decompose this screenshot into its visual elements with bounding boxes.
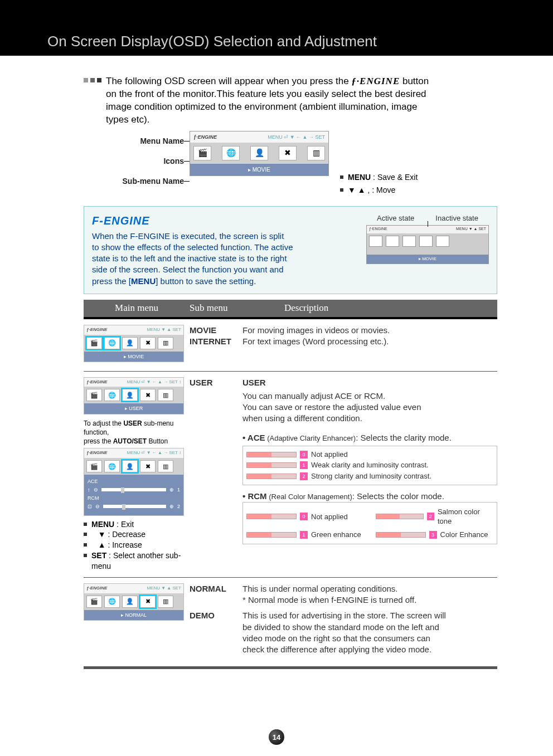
adjust-note: To adjust the USER sub-menu function, pr… bbox=[84, 419, 184, 446]
submenu-internet: INTERNET bbox=[190, 336, 242, 347]
th-description: Description bbox=[284, 302, 497, 315]
submenu-demo: DEMO bbox=[190, 610, 242, 655]
th-sub-menu: Sub menu bbox=[190, 302, 284, 315]
fengine-body: press the [ bbox=[92, 276, 131, 286]
down-arrow-icon bbox=[98, 530, 106, 539]
osd-ace-label: ACE bbox=[88, 478, 180, 485]
osd-icon-normal: ✖ bbox=[279, 146, 297, 160]
label-menu-name: Menu Name bbox=[84, 131, 184, 151]
desc-demo: be divided to show the standard mode on … bbox=[242, 622, 439, 632]
osd-rcm-label: RCM bbox=[88, 495, 180, 501]
fengine-menu-bold: MENU bbox=[131, 276, 156, 286]
ace-0: Not applied bbox=[311, 450, 348, 460]
user-heading: USER bbox=[242, 377, 497, 388]
desc-demo: video mode on the right so that the cons… bbox=[242, 633, 430, 643]
fengine-title: F-ENGINE bbox=[92, 213, 355, 228]
fengine-body: ] button to save the setting. bbox=[156, 276, 256, 286]
osd-icon-movie: 🎬 bbox=[193, 146, 211, 160]
submenu-normal: NORMAL bbox=[190, 583, 242, 606]
table-row: ƒ·ENGINEMENU ⏎ ▼ ← ▲ → SET ↕ 🎬🌐👤✖▥ ▸ USE… bbox=[84, 372, 497, 578]
mini-osd-footer: ▸ USER bbox=[84, 403, 183, 413]
fengine-body: state is to the left and the inactive st… bbox=[92, 253, 287, 263]
intro-text: button bbox=[402, 76, 429, 86]
fengine-body: When the F-ENGINE is executed, the scree… bbox=[92, 231, 284, 241]
intro-text: types etc). bbox=[106, 114, 149, 125]
fengine-logo-inline: ƒ·ENGINE bbox=[351, 76, 400, 86]
button-hints: MENU : Save & Exit , : Move bbox=[340, 170, 418, 198]
rcm-3: Color Enhance bbox=[440, 530, 488, 540]
page-number: 14 bbox=[269, 729, 284, 745]
fengine-panel: F-ENGINE When the F-ENGINE is executed, … bbox=[84, 206, 497, 294]
intro-text: on the front of the monitor.This feature… bbox=[106, 89, 426, 99]
osd-title: ƒ·ENGINE bbox=[193, 134, 217, 140]
osd-footer: ▸ MOVIE bbox=[190, 164, 328, 176]
hint-menu-label: MENU bbox=[348, 173, 371, 182]
down-arrow-icon bbox=[348, 186, 356, 194]
mini-osd-movie: ƒ·ENGINEMENU ▼ ▲ SET 🎬🌐👤✖▥ ▸ MOVIE bbox=[84, 325, 184, 362]
osd-header-hints: MENU ⏎ ▼ ← ▲ → SET bbox=[268, 134, 325, 140]
th-main-menu: Main menu bbox=[84, 302, 190, 315]
mini-osd-ace-rcm: ƒ·ENGINEMENU ⏎ ▼ ← ▲ → SET ↕ 🎬🌐👤✖▥ ACE ↕… bbox=[84, 448, 184, 515]
table-row: ƒ·ENGINEMENU ▼ ▲ SET 🎬🌐👤✖▥ ▸ MOVIE MOVIE… bbox=[84, 319, 497, 372]
user-text: when using a different condition. bbox=[242, 413, 362, 423]
rcm-1: Green enhance bbox=[311, 530, 361, 540]
osd-diagram: Menu Name Icons Sub-menu Name ƒ·ENGINE M… bbox=[84, 131, 497, 198]
control-notes: MENU : Exit : Decrease : Increase SET : … bbox=[84, 519, 184, 572]
osd-icon-user: 👤 bbox=[250, 146, 268, 160]
ace-1: Weak clarity and luminosity contrast. bbox=[311, 460, 429, 470]
desc-normal: * Normal mode is when f-ENGINE is turned… bbox=[242, 595, 416, 604]
mini-osd-normal: ƒ·ENGINEMENU ▼ ▲ SET 🎬🌐👤✖▥ ▸ NORMAL bbox=[84, 583, 184, 621]
label-inactive-state: Inactive state bbox=[435, 213, 478, 223]
ace-sublabel: (Adaptive Clarity Enhancer) bbox=[265, 434, 356, 442]
lead-bullet-icon bbox=[84, 78, 101, 82]
submenu-movie: MOVIE bbox=[190, 325, 242, 336]
osd-icon-demo: ▥ bbox=[307, 146, 325, 160]
mini-osd-footer: ▸ NORMAL bbox=[84, 610, 183, 620]
mini-footer: ▸ MOVIE bbox=[367, 255, 488, 264]
ace-2: Strong clarity and luminosity contrast. bbox=[311, 471, 431, 481]
user-text: You can save or restore the adjusted val… bbox=[242, 402, 421, 412]
rcm-2: Salmon color tone bbox=[438, 507, 493, 526]
fengine-body: to show the effects of the selected func… bbox=[92, 242, 293, 252]
osd-preview: ƒ·ENGINE MENU ⏎ ▼ ← ▲ → SET 🎬 🌐 👤 ✖ ▥ ▸ … bbox=[190, 131, 329, 177]
rcm-desc: : Selects the color mode. bbox=[352, 491, 444, 501]
page-title: On Screen Display(OSD) Selection and Adj… bbox=[47, 33, 377, 50]
desc-demo: This is used for advertising in the stor… bbox=[242, 611, 446, 620]
section-divider bbox=[84, 666, 497, 669]
rcm-0: Not applied bbox=[311, 512, 348, 522]
up-arrow-icon bbox=[358, 186, 366, 194]
label-active-state: Active state bbox=[377, 213, 414, 223]
mini-osd-footer: ▸ MOVIE bbox=[84, 352, 183, 362]
table-header: Main menu Sub menu Description bbox=[84, 300, 497, 319]
hint-menu-text: : Save & Exit bbox=[371, 173, 418, 182]
split-screen-preview: ƒ·ENGINEMENU ▼ ▲ SET ▸ MOVIE bbox=[366, 225, 489, 264]
label-submenu-name: Sub-menu Name bbox=[84, 171, 184, 191]
desc-internet: For text images (Word processing etc.). bbox=[242, 336, 497, 347]
desc-demo: check the difference after applying the … bbox=[242, 645, 431, 654]
ace-desc: : Selects the clarity mode. bbox=[356, 433, 452, 442]
intro-text: image condition optimized to the environ… bbox=[106, 101, 417, 112]
ace-options: 0Not applied 1Weak clarity and luminosit… bbox=[242, 446, 497, 485]
fengine-body: side of the screen. Select the function … bbox=[92, 265, 284, 274]
ace-label: • ACE bbox=[242, 433, 265, 442]
desc-normal: This is under normal operating condition… bbox=[242, 584, 397, 593]
hint-move-text: , : Move bbox=[366, 186, 396, 194]
label-icons: Icons bbox=[84, 151, 184, 171]
up-arrow-icon bbox=[98, 540, 106, 549]
rcm-label: • RCM bbox=[242, 491, 267, 501]
user-text: You can manually adjust ACE or RCM. bbox=[242, 391, 385, 401]
intro-text: The following OSD screen will appear whe… bbox=[106, 76, 351, 86]
header-bar: On Screen Display(OSD) Selection and Adj… bbox=[0, 0, 553, 56]
intro-paragraph: The following OSD screen will appear whe… bbox=[84, 75, 497, 126]
desc-movie: For moving images in videos or movies. bbox=[242, 325, 497, 336]
submenu-user: USER bbox=[190, 377, 242, 572]
rcm-sublabel: (Real Color Management) bbox=[267, 492, 352, 501]
rcm-options: 0Not applied 2Salmon color tone 1Green e… bbox=[242, 502, 497, 545]
mini-osd-user: ƒ·ENGINEMENU ⏎ ▼ ← ▲ → SET ↕ 🎬🌐👤✖▥ ▸ USE… bbox=[84, 377, 184, 414]
osd-icon-internet: 🌐 bbox=[222, 146, 240, 160]
table-row: ƒ·ENGINEMENU ▼ ▲ SET 🎬🌐👤✖▥ ▸ NORMAL NORM… bbox=[84, 578, 497, 661]
